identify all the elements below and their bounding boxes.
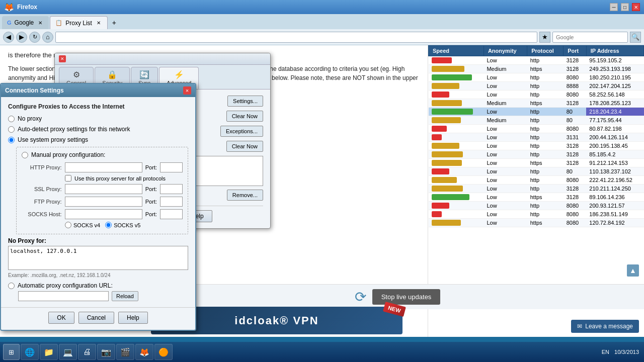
new-tab-btn[interactable]: + bbox=[109, 17, 120, 28]
socks-v4-label[interactable]: SOCKS v4 bbox=[65, 222, 100, 228]
ssl-proxy-input[interactable] bbox=[65, 184, 142, 194]
table-row[interactable]: Low http 8080 80.87.82.198 bbox=[429, 125, 644, 133]
table-row[interactable]: Low http 8888 202.147.204.125 bbox=[429, 82, 644, 90]
table-row[interactable]: Low https 8080 120.72.84.192 bbox=[429, 219, 644, 227]
table-row[interactable]: Low http 3128 85.185.4.2 bbox=[429, 150, 644, 159]
refresh-spinner-icon: ⟳ bbox=[355, 289, 366, 305]
radio-manual[interactable] bbox=[22, 152, 28, 158]
refresh-btn[interactable]: ↻ bbox=[29, 32, 40, 43]
tab-proxylist[interactable]: 📋 Proxy List ✕ bbox=[50, 16, 108, 29]
speed-cell bbox=[429, 116, 484, 125]
table-row[interactable]: Low http 3131 200.44.126.114 bbox=[429, 133, 644, 142]
col-protocol: Protocol bbox=[527, 46, 564, 56]
google-tab-close[interactable]: ✕ bbox=[37, 19, 44, 26]
table-row[interactable]: Low http 3128 200.195.138.45 bbox=[429, 142, 644, 150]
no-proxy-textarea[interactable]: localhost, 127.0.0.1 bbox=[8, 246, 188, 270]
use-for-all-checkbox[interactable] bbox=[65, 175, 71, 182]
table-row[interactable]: Low http 8080 222.41.22.196.52 bbox=[429, 176, 644, 185]
start-btn[interactable]: ⊞ bbox=[3, 344, 20, 360]
manual-label: Manual proxy configuration: bbox=[31, 151, 105, 158]
conn-help-btn[interactable]: Help bbox=[118, 312, 148, 324]
port-cell: 8080 bbox=[564, 73, 587, 82]
taskbar-firefox[interactable]: 🦊 bbox=[135, 344, 153, 360]
table-row[interactable]: Medium https 3128 178.208.255.123 bbox=[429, 99, 644, 108]
table-row[interactable]: Low http 3128 95.159.105.2 bbox=[429, 56, 644, 65]
opt-no-proxy[interactable]: No proxy bbox=[8, 115, 188, 122]
taskbar-chrome[interactable]: 🟠 bbox=[154, 344, 173, 360]
leave-message-btn[interactable]: ✉ Leave a message bbox=[571, 320, 639, 333]
table-row[interactable]: Low http 8080 58.252.56.148 bbox=[429, 90, 644, 99]
radio-no-proxy[interactable] bbox=[8, 116, 15, 122]
maximize-btn[interactable]: □ bbox=[621, 3, 629, 11]
forward-btn[interactable]: ▶ bbox=[16, 32, 27, 43]
radio-auto-detect[interactable] bbox=[8, 126, 15, 133]
protocol-cell: http bbox=[527, 150, 564, 159]
stop-updates-btn[interactable]: Stop live updates bbox=[372, 289, 441, 305]
auto-detect-label: Auto-detect proxy settings for this netw… bbox=[18, 126, 130, 133]
radio-socks-v5[interactable] bbox=[105, 222, 112, 228]
table-row[interactable]: Low http 8080 200.93.121.57 bbox=[429, 202, 644, 210]
ff-close-btn[interactable]: ✕ bbox=[59, 55, 66, 62]
opt-auto-detect[interactable]: Auto-detect proxy settings for this netw… bbox=[8, 126, 188, 133]
socks-v5-label[interactable]: SOCKS v5 bbox=[105, 222, 140, 228]
speed-cell bbox=[429, 176, 484, 185]
scroll-top-btn[interactable]: ▲ bbox=[627, 264, 639, 277]
settings-btn[interactable]: Settings... bbox=[227, 96, 263, 107]
star-btn[interactable]: ★ bbox=[539, 32, 550, 43]
no-proxy-for-label: No Proxy for: bbox=[8, 237, 188, 244]
taskbar-folder[interactable]: 📁 bbox=[40, 344, 58, 360]
manual-config-box: Manual proxy configuration: HTTP Proxy: … bbox=[16, 147, 188, 234]
proxylist-tab-close[interactable]: ✕ bbox=[95, 20, 102, 27]
ssl-port-input[interactable]: 0 bbox=[160, 184, 183, 194]
search-input[interactable] bbox=[552, 32, 628, 43]
table-row[interactable]: Low http 3128 210.211.124.250 bbox=[429, 185, 644, 193]
socks-port-input[interactable]: 0 bbox=[160, 209, 183, 219]
back-btn[interactable]: ◀ bbox=[3, 32, 14, 43]
conn-close-btn[interactable]: × bbox=[183, 86, 191, 95]
table-row[interactable]: Low https 3128 91.212.124.153 bbox=[429, 159, 644, 167]
http-proxy-input[interactable] bbox=[65, 162, 142, 172]
exceptions-btn[interactable]: Exceptions... bbox=[220, 126, 263, 137]
table-row[interactable]: Low http 80 110.138.237.102 bbox=[429, 167, 644, 176]
radio-auto-url[interactable] bbox=[8, 283, 15, 289]
table-row[interactable]: Low http 8080 186.238.51.149 bbox=[429, 210, 644, 219]
table-row[interactable]: Medium http 80 77.175.95.44 bbox=[429, 116, 644, 125]
taskbar-printer[interactable]: 🖨 bbox=[78, 344, 96, 360]
minimize-btn[interactable]: ─ bbox=[610, 3, 618, 11]
table-row[interactable]: Low https 3128 89.106.14.236 bbox=[429, 193, 644, 202]
opt-use-system[interactable]: Use system proxy settings bbox=[8, 136, 188, 143]
taskbar-camera[interactable]: 📷 bbox=[97, 344, 115, 360]
no-proxy-section: No Proxy for: localhost, 127.0.0.1 Examp… bbox=[8, 237, 188, 278]
tab-google[interactable]: G Google ✕ bbox=[2, 16, 49, 29]
conn-cancel-btn[interactable]: Cancel bbox=[78, 312, 114, 324]
ftp-proxy-input[interactable] bbox=[65, 197, 142, 207]
remove-btn[interactable]: Remove... bbox=[227, 190, 263, 201]
home-btn[interactable]: ⌂ bbox=[42, 32, 53, 43]
ftp-port-input[interactable]: 0 bbox=[160, 197, 183, 207]
table-row[interactable]: Low http 80 218.204.23.4 bbox=[429, 108, 644, 116]
radio-use-system[interactable] bbox=[8, 137, 15, 143]
clear-now-btn[interactable]: Clear Now bbox=[226, 111, 263, 122]
auto-proxy-label-outer[interactable]: Automatic proxy configuration URL: bbox=[8, 282, 113, 289]
clear-now-2-btn[interactable]: Clear Now bbox=[226, 141, 263, 152]
taskbar-ie[interactable]: 🌐 bbox=[21, 344, 39, 360]
socks-host-input[interactable] bbox=[65, 209, 142, 219]
table-row[interactable]: Low http 8080 180.250.210.195 bbox=[429, 73, 644, 82]
ff-dialog-header: ✕ bbox=[55, 53, 270, 65]
taskbar-computer[interactable]: 💻 bbox=[59, 344, 77, 360]
http-port-input[interactable]: 0 bbox=[160, 162, 183, 172]
close-btn[interactable]: ✕ bbox=[632, 3, 640, 11]
conn-header: Connection Settings × bbox=[1, 84, 195, 97]
auto-proxy-url-input[interactable] bbox=[18, 291, 109, 301]
conn-ok-btn[interactable]: OK bbox=[48, 312, 74, 324]
search-go-btn[interactable]: 🔍 bbox=[630, 32, 641, 43]
protocol-cell: http bbox=[527, 73, 564, 82]
anonymity-cell: Low bbox=[484, 150, 527, 159]
address-input[interactable]: www.idcloak.com/proxylist/proxy-list.htm… bbox=[55, 32, 537, 43]
table-row[interactable]: Medium https 3128 249.253.193.198 bbox=[429, 65, 644, 73]
radio-socks-v4[interactable] bbox=[65, 222, 71, 228]
taskbar-media[interactable]: 🎬 bbox=[116, 344, 134, 360]
opt-manual[interactable]: Manual proxy configuration: bbox=[22, 151, 183, 158]
speed-bar bbox=[432, 143, 459, 149]
reload-btn[interactable]: Reload bbox=[112, 291, 138, 301]
